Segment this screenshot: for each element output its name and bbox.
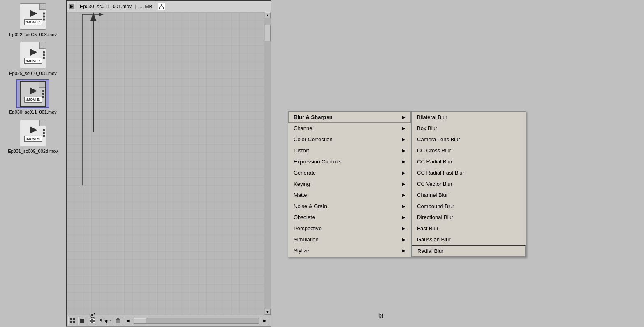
left-panel: ▶ :MOVIE: Ep022_sc005_003.mov ▶ :MOVIE:: [0, 0, 271, 327]
timeline-tab[interactable]: Ep030_sc011_001.mov | ... MB: [76, 2, 156, 11]
submenu-item-bilateral-blur[interactable]: Bilateral Blur: [412, 112, 526, 123]
film-dot: [43, 57, 45, 59]
scrollbar-right[interactable]: ▲ ▼: [264, 12, 271, 315]
film-dot: [43, 135, 45, 137]
film-strip-ep022: [43, 13, 45, 21]
footer-scrollbar-thumb[interactable]: [134, 318, 146, 323]
file-icon-wrapper-ep031: ▶ :MOVIE:: [16, 119, 49, 147]
menu-item-label: Stylize: [294, 248, 309, 254]
menu-item-label: Simulation: [294, 236, 319, 243]
square-icon: [80, 318, 85, 323]
submenu-item-directional-blur[interactable]: Directional Blur: [412, 212, 526, 223]
menu-item-perspective[interactable]: Perspective▶: [288, 223, 411, 234]
file-size-label: ... MB: [139, 4, 152, 9]
blur-submenu: Bilateral BlurBox BlurCamera Lens BlurCC…: [411, 111, 526, 257]
file-name-ep022: Ep022_sc005_003.mov: [9, 32, 57, 37]
submenu-items-container: Bilateral BlurBox BlurCamera Lens BlurCC…: [412, 112, 526, 257]
menu-arrow-icon: ▶: [402, 204, 405, 208]
file-item-ep025[interactable]: ▶ :MOVIE: Ep025_sc010_005.mov: [8, 41, 58, 76]
menu-item-label: Blur & Sharpen: [294, 114, 333, 120]
svg-rect-12: [80, 319, 84, 323]
menu-item-label: Color Correction: [294, 136, 333, 142]
grid-icon: [69, 318, 75, 324]
film-strip-ep030: [42, 90, 44, 98]
menu-arrow-icon: ▶: [402, 148, 405, 153]
caption-b: b): [378, 312, 383, 319]
menu-item-channel[interactable]: Channel▶: [288, 123, 411, 134]
submenu-item-radial-blur[interactable]: Radial Blur: [412, 245, 526, 257]
menu-item-matte[interactable]: Matte▶: [288, 189, 411, 201]
file-name-ep025: Ep025_sc010_005.mov: [9, 71, 57, 76]
scroll-up-arrow[interactable]: ▲: [265, 12, 271, 18]
scroll-down-arrow[interactable]: ▼: [265, 309, 271, 315]
film-dot: [43, 16, 45, 18]
menu-arrow-icon: ▶: [402, 193, 405, 197]
movie-label-ep030: :MOVIE:: [24, 97, 42, 103]
menu-item-color-correction[interactable]: Color Correction▶: [288, 134, 411, 145]
submenu-item-gaussian-blur[interactable]: Gaussian Blur: [412, 234, 526, 245]
submenu-item-box-blur[interactable]: Box Blur: [412, 123, 526, 134]
menu-item-distort[interactable]: Distort▶: [288, 145, 411, 156]
menu-item-noise---grain[interactable]: Noise & Grain▶: [288, 201, 411, 212]
timeline-panel: ▶ Ep030_sc011_001.mov | ... MB: [66, 0, 271, 327]
menu-arrow-icon: ▶: [402, 248, 405, 253]
file-item-ep030[interactable]: ▶ :MOVIE: Ep030_sc011_001.mov: [8, 79, 58, 115]
footer-next-btn[interactable]: ▶: [261, 317, 269, 325]
menu-item-simulation[interactable]: Simulation▶: [288, 234, 411, 245]
file-icon-ep025: ▶ :MOVIE:: [20, 42, 46, 68]
menu-item-blur---sharpen[interactable]: Blur & Sharpen▶: [288, 112, 411, 123]
submenu-item-cc-cross-blur[interactable]: CC Cross Blur: [412, 145, 526, 156]
file-name-ep030: Ep030_sc011_001.mov: [9, 110, 57, 115]
menu-item-label: Channel: [294, 125, 313, 131]
movie-symbol-ep025: ▶: [30, 47, 37, 57]
submenu-item-channel-blur[interactable]: Channel Blur: [412, 189, 526, 201]
svg-rect-8: [70, 318, 72, 320]
film-strip-ep025: [43, 51, 45, 59]
file-item-ep022[interactable]: ▶ :MOVIE: Ep022_sc005_003.mov: [8, 2, 58, 37]
menu-item-generate[interactable]: Generate▶: [288, 167, 411, 178]
menu-items-container: Blur & Sharpen▶Channel▶Color Correction▶…: [288, 112, 411, 256]
timeline-footer: 8 bpc ◀ ▶: [67, 315, 271, 326]
submenu-item-fast-blur[interactable]: Fast Blur: [412, 223, 526, 234]
svg-rect-20: [116, 320, 120, 323]
file-icon-wrapper-ep022: ▶ :MOVIE:: [16, 2, 49, 31]
submenu-item-cc-radial-blur[interactable]: CC Radial Blur: [412, 156, 526, 167]
menu-item-obsolete[interactable]: Obsolete▶: [288, 212, 411, 223]
file-icon-wrapper-ep025: ▶ :MOVIE:: [16, 41, 49, 70]
submenu-item-camera-lens-blur[interactable]: Camera Lens Blur: [412, 134, 526, 145]
svg-rect-17: [93, 322, 95, 323]
file-name-ep031: Ep031_sc009_002d.mov: [8, 149, 58, 154]
caption-a: a): [90, 312, 95, 319]
menu-arrow-icon: ▶: [402, 237, 405, 242]
menu-arrow-icon: ▶: [402, 115, 405, 119]
film-strip-ep031: [43, 129, 45, 137]
svg-line-3: [160, 5, 162, 8]
timeline-header: ▶ Ep030_sc011_001.mov | ... MB: [67, 1, 271, 12]
footer-square-btn[interactable]: [78, 317, 86, 325]
footer-grid-btn[interactable]: [68, 317, 76, 325]
menu-arrow-icon: ▶: [402, 182, 405, 186]
film-dot: [42, 96, 44, 98]
scrollbar-thumb[interactable]: [265, 25, 271, 41]
menu-item-label: Expression Controls: [294, 159, 341, 165]
svg-rect-19: [117, 318, 119, 320]
footer-prev-btn[interactable]: ◀: [124, 317, 132, 325]
menu-arrow-icon: ▶: [402, 137, 405, 142]
file-icon-wrapper-ep030: ▶ :MOVIE:: [16, 79, 49, 108]
right-panel: Blur & Sharpen▶Channel▶Color Correction▶…: [288, 111, 526, 257]
menu-item-stylize[interactable]: Stylize▶: [288, 245, 411, 256]
submenu-item-cc-radial-fast-blur[interactable]: CC Radial Fast Blur: [412, 167, 526, 178]
submenu-item-cc-vector-blur[interactable]: CC Vector Blur: [412, 178, 526, 189]
film-dot: [42, 90, 44, 92]
footer-trash-btn[interactable]: [114, 317, 122, 325]
svg-rect-9: [73, 318, 75, 320]
menu-arrow-icon: ▶: [402, 171, 405, 175]
menu-item-expression-controls[interactable]: Expression Controls▶: [288, 156, 411, 167]
menu-item-keying[interactable]: Keying▶: [288, 178, 411, 189]
network-icon[interactable]: [158, 3, 165, 10]
file-item-ep031[interactable]: ▶ :MOVIE: Ep031_sc009_002d.mov: [8, 119, 58, 154]
trash-icon: [116, 318, 120, 324]
submenu-item-compound-blur[interactable]: Compound Blur: [412, 201, 526, 212]
file-icon-ep031: ▶ :MOVIE:: [20, 120, 46, 146]
file-list: ▶ :MOVIE: Ep022_sc005_003.mov ▶ :MOVIE:: [0, 0, 66, 327]
